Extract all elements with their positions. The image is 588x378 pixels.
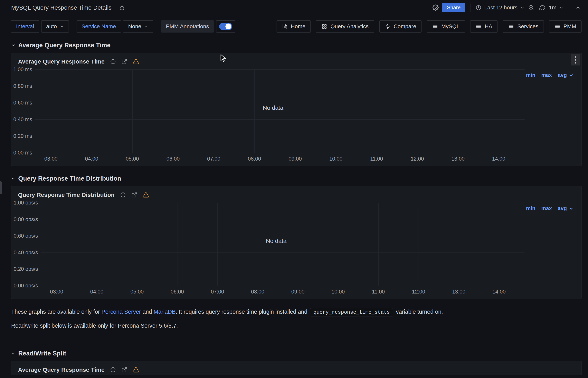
warning-triangle-icon[interactable]	[133, 58, 139, 65]
y-tick-label: 0.40 ops/s	[13, 249, 38, 256]
zoom-out-icon[interactable]	[526, 3, 536, 12]
nav-button-label: Home	[291, 23, 306, 30]
code-chip: query_response_time_stats	[310, 308, 393, 316]
nav-button-ha[interactable]: HA	[470, 20, 498, 33]
x-tick-label: 14:00	[492, 289, 506, 295]
time-range-picker[interactable]: Last 12 hours	[475, 4, 524, 11]
star-icon[interactable]	[117, 3, 127, 12]
gridline-vertical	[295, 69, 295, 153]
dashboard-toolbar: Interval auto Service Name None PMM Anno…	[11, 20, 582, 33]
pmm-annotations-toggle-box	[216, 20, 235, 33]
x-tick-label: 03:00	[50, 289, 63, 295]
panel-title[interactable]: Average Query Response Time	[18, 366, 105, 373]
gridline-vertical	[132, 69, 133, 153]
external-link-icon[interactable]	[121, 59, 127, 65]
legend-avg[interactable]: avg	[558, 205, 567, 212]
y-tick-label: 0.00 ops/s	[13, 283, 38, 289]
gridline-horizontal	[41, 269, 524, 269]
y-tick-label: 0.20 ms	[13, 133, 32, 139]
x-tick-label: 03:00	[44, 156, 58, 162]
gridline-horizontal	[41, 219, 524, 219]
warning-triangle-icon[interactable]	[143, 192, 149, 198]
x-tick-label: 12:00	[412, 289, 425, 295]
section-header-read-write-split[interactable]: Read/Write Split	[11, 350, 582, 357]
info-icon[interactable]	[110, 367, 116, 373]
legend-max[interactable]: max	[541, 205, 552, 212]
x-tick-label: 05:00	[126, 156, 139, 162]
legend-avg[interactable]: avg	[558, 72, 567, 78]
refresh-icon[interactable]	[538, 3, 547, 12]
x-tick-label: 08:00	[251, 289, 264, 295]
percona-server-link[interactable]: Percona Server	[102, 309, 141, 315]
plot-area[interactable]: No data	[41, 203, 524, 286]
section-title: Read/Write Split	[18, 350, 66, 357]
pmm-annotations-label: PMM Annotations	[161, 20, 214, 33]
nav-button-pmm[interactable]: PMM	[549, 20, 582, 33]
info-icon[interactable]	[110, 59, 116, 65]
interval-variable-dropdown[interactable]: auto	[41, 20, 69, 33]
legend-chevron-down-icon[interactable]	[570, 206, 573, 210]
nav-button-query-analytics[interactable]: Query Analytics	[316, 20, 374, 33]
legend-min[interactable]: min	[526, 72, 535, 78]
scroll-indicator[interactable]	[0, 181, 2, 194]
gridline-horizontal	[35, 136, 524, 136]
y-axis: 1.00 ms0.80 ms0.60 ms0.40 ms0.20 ms0.00 …	[11, 69, 35, 153]
panel-legend: minmaxavg	[526, 72, 572, 78]
menu-icon	[508, 24, 514, 29]
info-icon[interactable]	[120, 192, 126, 198]
mariadb-link[interactable]: MariaDB	[153, 309, 176, 315]
dashboard-links: Home Query Analytics Compare MySQL HA Se…	[277, 20, 582, 33]
x-tick-label: 11:00	[372, 289, 385, 295]
panel-header: Average Query Response Time	[11, 361, 581, 374]
x-tick-label: 10:00	[332, 289, 345, 295]
nav-button-services[interactable]: Services	[503, 20, 544, 33]
x-tick-label: 07:00	[211, 289, 224, 295]
collapse-caret-up-icon[interactable]	[574, 3, 582, 12]
panel-title[interactable]: Average Query Response Time	[18, 58, 105, 65]
nav-button-home[interactable]: Home	[277, 20, 311, 33]
plot-area[interactable]: No data	[35, 69, 524, 153]
x-tick-label: 08:00	[248, 156, 261, 162]
panel-header: Average Query Response Time	[11, 53, 581, 66]
dashboard-settings-gear-icon[interactable]	[431, 3, 440, 12]
no-data-message: No data	[263, 105, 283, 111]
nav-button-label: Query Analytics	[331, 23, 369, 30]
gridline-vertical	[419, 203, 419, 286]
legend-min[interactable]: min	[526, 205, 535, 212]
x-axis: 03:0004:0005:0006:0007:0008:0009:0010:00…	[41, 286, 524, 296]
gridline-horizontal	[35, 119, 524, 120]
section-header-query-response-time-distribution[interactable]: Query Response Time Distribution	[11, 175, 582, 182]
section-header-avg-query-response-time[interactable]: Average Query Response Time	[11, 41, 582, 49]
external-link-icon[interactable]	[131, 192, 137, 198]
panel-title[interactable]: Query Response Time Distribution	[18, 191, 115, 198]
legend-max[interactable]: max	[541, 72, 552, 78]
note-text: These graphs are available only for	[11, 309, 102, 315]
x-tick-label: 13:00	[452, 289, 466, 295]
service-name-variable-dropdown[interactable]: None	[123, 20, 153, 33]
legend-chevron-down-icon[interactable]	[570, 73, 573, 76]
gridline-horizontal	[35, 69, 524, 70]
nav-button-label: Services	[517, 23, 538, 30]
note-text: variable turned on.	[394, 309, 443, 315]
refresh-interval-dropdown[interactable]: 1m	[549, 4, 563, 11]
gridline-vertical	[338, 203, 338, 286]
x-tick-label: 05:00	[130, 289, 144, 295]
nav-button-mysql[interactable]: MySQL	[427, 20, 465, 33]
chevron-down-icon	[144, 25, 148, 28]
divider	[569, 3, 569, 12]
nav-button-label: Compare	[394, 23, 416, 30]
panel-header: Query Response Time Distribution	[11, 186, 581, 199]
nav-button-compare[interactable]: Compare	[379, 20, 422, 33]
warning-triangle-icon[interactable]	[133, 367, 139, 373]
x-tick-label: 09:00	[291, 289, 305, 295]
share-button[interactable]: Share	[442, 3, 465, 12]
external-link-icon[interactable]	[121, 367, 127, 373]
pmm-annotations-toggle[interactable]	[219, 23, 232, 30]
gridline-vertical	[378, 203, 379, 286]
gridline-vertical	[57, 203, 57, 286]
toggle-knob	[225, 24, 231, 29]
x-tick-label: 06:00	[166, 156, 180, 162]
panel-menu-kebab-icon[interactable]	[571, 54, 580, 66]
divider	[470, 3, 471, 12]
y-tick-label: 0.60 ops/s	[13, 233, 38, 239]
